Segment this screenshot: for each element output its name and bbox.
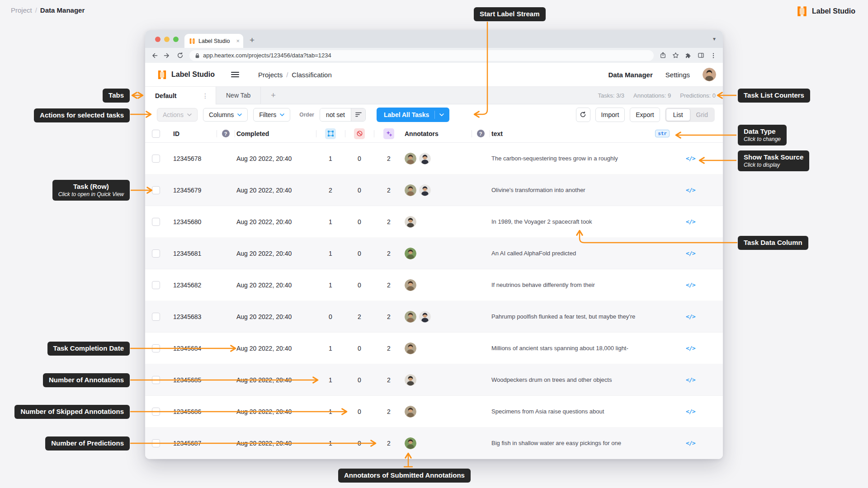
show-task-source-icon[interactable]: </> [686,313,695,320]
predictions-count: 2 [374,250,404,257]
tab-search-chevron-icon[interactable]: ▾ [713,36,716,42]
header-text[interactable]: text str [490,125,682,142]
hamburger-menu-icon[interactable] [231,71,239,78]
filters-dropdown[interactable]: Filters [253,108,290,122]
annotators-cell [404,248,472,259]
row-checkbox[interactable] [152,186,160,194]
skipped-count: 0 [345,376,374,384]
annotator-avatar[interactable] [405,343,416,354]
annotators-help-icon[interactable]: ? [477,130,485,137]
annotator-avatar[interactable] [405,216,416,228]
close-tab-icon[interactable]: × [236,38,240,44]
row-checkbox[interactable] [152,155,160,163]
show-task-source-icon[interactable]: </> [686,345,695,352]
table-row[interactable]: 12345681 Aug 20 2022, 20:40 1 0 2 An AI … [145,238,723,269]
table-row[interactable]: 12345686 Aug 20 2022, 20:40 1 0 2 Specim… [145,396,723,427]
table-row[interactable]: 12345678 Aug 20 2022, 20:40 1 0 2 The ca… [145,143,723,174]
show-task-source-icon[interactable]: </> [686,218,695,225]
annotator-avatar[interactable] [405,311,416,323]
data-type-badge[interactable]: str [655,130,670,137]
close-window-button[interactable] [155,37,160,42]
import-button[interactable]: Import [595,108,625,122]
add-tab-icon[interactable]: + [261,87,286,104]
annotator-avatar[interactable] [405,153,416,164]
new-tab-icon[interactable]: + [250,36,255,44]
breadcrumb-project[interactable]: Project [11,6,32,14]
address-bar[interactable]: app.heartex.com/projects/123456/data?tab… [189,50,654,61]
share-icon[interactable] [660,52,666,59]
callout-start-label-stream: Start Label Stream [474,7,546,21]
bookmark-star-icon[interactable] [672,52,679,59]
row-checkbox[interactable] [152,439,160,447]
list-view-button[interactable]: List [666,108,690,121]
label-all-tasks-button[interactable]: Label All Tasks [377,108,449,122]
id-help-icon[interactable]: ? [222,130,230,137]
export-button[interactable]: Export [630,108,660,122]
row-checkbox[interactable] [152,376,160,384]
show-task-source-icon[interactable]: </> [686,408,695,415]
show-task-source-icon[interactable]: </> [686,187,695,193]
annotator-avatar[interactable] [419,311,431,323]
show-task-source-icon[interactable]: </> [686,376,695,383]
row-checkbox[interactable] [152,249,160,258]
show-task-source-icon[interactable]: </> [686,155,695,162]
row-checkbox[interactable] [152,218,160,226]
show-task-source-icon[interactable]: </> [686,250,695,257]
row-checkbox[interactable] [152,281,160,289]
annotations-column-icon[interactable] [325,128,336,139]
show-task-source-icon[interactable]: </> [686,440,695,446]
annotator-avatar[interactable] [405,406,416,418]
show-task-source-icon[interactable]: </> [686,282,695,288]
order-control[interactable]: not set [320,108,366,122]
nav-projects-link[interactable]: Projects [258,71,283,79]
header-completed[interactable]: Completed [235,125,316,142]
annotator-avatar[interactable] [419,153,431,164]
annotator-avatar[interactable] [405,437,416,449]
back-icon[interactable] [151,52,158,59]
settings-link[interactable]: Settings [665,71,690,79]
annotator-avatar[interactable] [405,248,416,259]
table-row[interactable]: 12345685 Aug 20 2022, 20:40 1 0 2 Woodpe… [145,364,723,396]
annotator-avatar[interactable] [419,184,431,196]
browser-tab[interactable]: Label Studio × [184,34,243,48]
table-row[interactable]: 12345684 Aug 20 2022, 20:40 1 0 2 Millio… [145,333,723,364]
skipped-column-icon[interactable] [354,128,365,139]
row-checkbox[interactable] [152,344,160,352]
table-row[interactable]: 12345683 Aug 20 2022, 20:40 0 2 2 Pahrum… [145,301,723,333]
table-row[interactable]: 12345680 Aug 20 2022, 20:40 1 0 2 In 198… [145,206,723,238]
user-avatar[interactable] [703,68,716,81]
annotator-avatar[interactable] [405,374,416,386]
forward-icon[interactable] [164,52,171,59]
header-annotators[interactable]: Annotators [404,125,472,142]
tab-new-tab[interactable]: New Tab [216,87,261,104]
browser-menu-kebab-icon[interactable] [710,52,717,59]
row-checkbox[interactable] [152,313,160,321]
reload-icon[interactable] [177,52,184,59]
task-text: In 1989, the Voyager 2 spacecraft took [490,218,682,225]
data-manager-link[interactable]: Data Manager [608,71,652,79]
minimize-window-button[interactable] [164,37,170,42]
app-logo-icon[interactable] [157,70,167,80]
columns-dropdown[interactable]: Columns [203,108,248,122]
grid-view-button[interactable]: Grid [690,111,714,118]
side-panel-icon[interactable] [698,52,704,59]
table-row[interactable]: 12345687 Aug 20 2022, 20:40 1 0 2 Big fi… [145,427,723,459]
chevron-down-icon[interactable] [439,113,449,116]
select-all-checkbox[interactable] [152,130,160,138]
table-row[interactable]: 12345682 Aug 20 2022, 20:40 1 0 2 If neu… [145,269,723,301]
predictions-count: 2 [374,218,404,225]
zoom-window-button[interactable] [173,37,179,42]
annotator-avatar[interactable] [405,279,416,291]
sort-direction-icon[interactable] [351,108,365,121]
tab-default[interactable]: Default ⋮ [145,87,216,104]
actions-dropdown[interactable]: Actions [157,108,198,122]
extensions-puzzle-icon[interactable] [685,52,692,59]
table-row[interactable]: 12345679 Aug 20 2022, 20:40 2 0 2 Olivin… [145,174,723,206]
tab-options-kebab-icon[interactable]: ⋮ [202,92,208,99]
predictions-column-icon[interactable] [383,128,394,139]
header-id[interactable]: ID [167,125,217,142]
order-value[interactable]: not set [320,108,351,121]
annotator-avatar[interactable] [405,184,416,196]
refresh-button[interactable] [576,108,590,122]
row-checkbox[interactable] [152,408,160,416]
